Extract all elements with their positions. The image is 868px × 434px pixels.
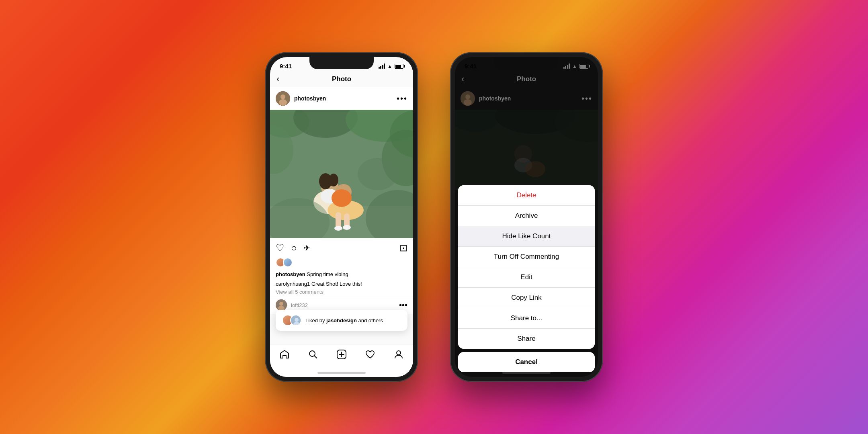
commenter-avatar-img xyxy=(276,299,287,311)
comment-icon[interactable]: ○ xyxy=(291,242,297,254)
svg-point-1 xyxy=(280,94,285,99)
comment-content: carolynhuang1 Great Shot! Love this! xyxy=(276,281,362,287)
action-archive[interactable]: Archive xyxy=(458,206,595,226)
time-left: 9:41 xyxy=(280,63,292,70)
commenter-avatar xyxy=(276,299,287,311)
liked-by-row xyxy=(276,258,407,267)
action-sheet-overlay: Delete Archive Hide Like Count Turn Off … xyxy=(455,57,598,377)
nav-title-left: Photo xyxy=(332,75,351,83)
phone-right: 9:41 ▲ ‹ Photo xyxy=(450,52,603,382)
liked-avatar-2 xyxy=(283,258,293,267)
comment-row: carolynhuang1 Great Shot! Love this! xyxy=(270,279,413,288)
post-caption: photosbyen Spring time vibing xyxy=(270,270,413,279)
svg-point-2 xyxy=(279,99,287,106)
post-image-left xyxy=(270,110,413,238)
save-icon[interactable]: ⊡ xyxy=(399,242,407,254)
view-comments[interactable]: View all 5 comments xyxy=(270,288,413,296)
bubble-avatar-2 xyxy=(290,315,301,326)
signal-icon-left xyxy=(379,64,385,69)
like-icon[interactable]: ♡ xyxy=(276,242,285,254)
bubble-avatars xyxy=(282,315,301,326)
phone-left: 9:41 ▲ ‹ Photo xyxy=(265,52,418,382)
liked-by-container xyxy=(270,258,413,270)
more-comment-dots[interactable]: ••• xyxy=(399,301,407,310)
actions-left-group: ♡ ○ ✈ xyxy=(276,242,310,254)
wifi-icon-left: ▲ xyxy=(387,63,392,69)
svg-point-14 xyxy=(329,174,338,186)
commenter-username: carolynhuang1 xyxy=(276,281,310,287)
liked-bubble-text: Liked by jasohdesign and others xyxy=(305,317,383,323)
avatar-left[interactable] xyxy=(276,91,290,106)
svg-point-21 xyxy=(334,226,342,231)
action-copy-link[interactable]: Copy Link xyxy=(458,288,595,308)
action-sheet-cancel-container: Cancel xyxy=(458,352,595,372)
home-indicator-left xyxy=(317,372,366,374)
post-actions-left: ♡ ○ ✈ ⊡ xyxy=(270,238,413,258)
username-left[interactable]: photosbyen xyxy=(294,95,326,102)
svg-point-26 xyxy=(358,158,398,190)
action-sheet-menu: Delete Archive Hide Like Count Turn Off … xyxy=(458,185,595,349)
action-share[interactable]: Share xyxy=(458,329,595,349)
svg-point-18 xyxy=(332,189,352,207)
caption-username: photosbyen xyxy=(276,271,305,277)
battery-icon-left xyxy=(395,64,403,69)
notch-left xyxy=(309,57,374,69)
action-hide-like-count[interactable]: Hide Like Count xyxy=(458,226,595,247)
action-share-to[interactable]: Share to... xyxy=(458,308,595,329)
add-comment-username: lofti232 xyxy=(291,302,308,308)
tab-home[interactable] xyxy=(279,349,290,360)
action-turn-off-commenting[interactable]: Turn Off Commenting xyxy=(458,247,595,267)
caption-content: photosbyen Spring time vibing xyxy=(276,271,348,277)
share-icon[interactable]: ✈ xyxy=(303,243,310,253)
tab-search[interactable] xyxy=(308,349,318,360)
back-button-left[interactable]: ‹ xyxy=(276,74,279,84)
svg-point-31 xyxy=(295,318,299,322)
post-header-left: photosbyen ••• xyxy=(270,87,413,110)
action-edit[interactable]: Edit xyxy=(458,267,595,288)
svg-point-38 xyxy=(397,351,401,355)
liked-bubble: Liked by jasohdesign and others xyxy=(276,310,407,331)
tab-heart[interactable] xyxy=(365,349,375,360)
liked-avatars xyxy=(276,258,293,267)
status-icons-left: ▲ xyxy=(379,63,403,69)
svg-point-22 xyxy=(343,225,351,230)
post-user-left: photosbyen xyxy=(276,91,326,106)
action-sheet: Delete Archive Hide Like Count Turn Off … xyxy=(455,185,598,377)
avatar-img-left xyxy=(276,91,290,106)
tab-profile[interactable] xyxy=(393,349,404,360)
action-cancel[interactable]: Cancel xyxy=(458,352,595,372)
more-button-left[interactable]: ••• xyxy=(397,94,407,103)
liked-bubble-username: jasohdesign xyxy=(326,317,357,323)
svg-line-34 xyxy=(314,356,317,358)
action-delete[interactable]: Delete xyxy=(458,185,595,206)
nav-bar-left: ‹ Photo xyxy=(270,71,413,87)
svg-point-28 xyxy=(279,302,283,306)
tab-add[interactable] xyxy=(336,349,347,360)
